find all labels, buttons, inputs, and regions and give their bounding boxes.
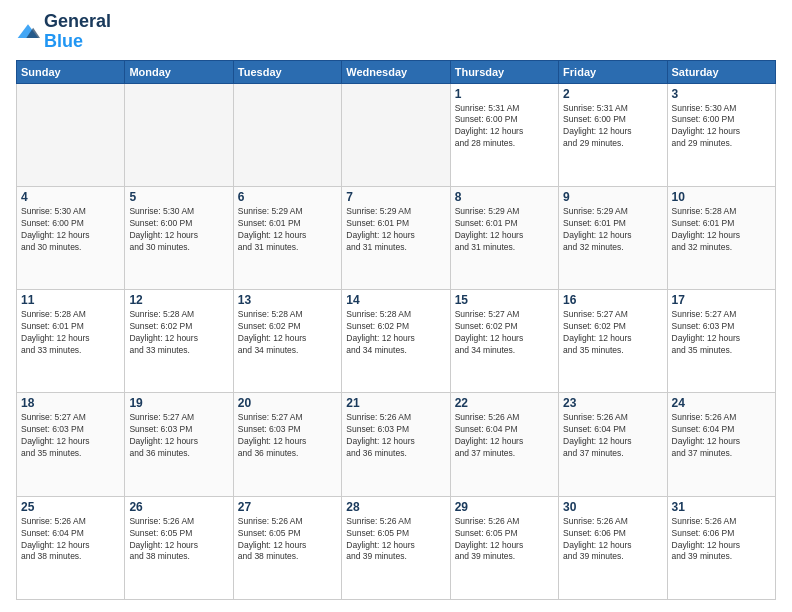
calendar-week-3: 11Sunrise: 5:28 AM Sunset: 6:01 PM Dayli… — [17, 290, 776, 393]
header: General Blue — [16, 12, 776, 52]
day-number: 29 — [455, 500, 554, 514]
calendar-week-5: 25Sunrise: 5:26 AM Sunset: 6:04 PM Dayli… — [17, 496, 776, 599]
calendar-cell: 3Sunrise: 5:30 AM Sunset: 6:00 PM Daylig… — [667, 83, 775, 186]
calendar-cell: 13Sunrise: 5:28 AM Sunset: 6:02 PM Dayli… — [233, 290, 341, 393]
calendar-cell: 20Sunrise: 5:27 AM Sunset: 6:03 PM Dayli… — [233, 393, 341, 496]
day-info: Sunrise: 5:26 AM Sunset: 6:04 PM Dayligh… — [672, 412, 771, 460]
day-info: Sunrise: 5:27 AM Sunset: 6:02 PM Dayligh… — [455, 309, 554, 357]
day-info: Sunrise: 5:28 AM Sunset: 6:02 PM Dayligh… — [238, 309, 337, 357]
day-info: Sunrise: 5:26 AM Sunset: 6:03 PM Dayligh… — [346, 412, 445, 460]
day-number: 23 — [563, 396, 662, 410]
day-number: 14 — [346, 293, 445, 307]
calendar-cell: 27Sunrise: 5:26 AM Sunset: 6:05 PM Dayli… — [233, 496, 341, 599]
day-number: 7 — [346, 190, 445, 204]
day-info: Sunrise: 5:26 AM Sunset: 6:06 PM Dayligh… — [563, 516, 662, 564]
day-number: 24 — [672, 396, 771, 410]
calendar-cell: 16Sunrise: 5:27 AM Sunset: 6:02 PM Dayli… — [559, 290, 667, 393]
calendar-cell: 21Sunrise: 5:26 AM Sunset: 6:03 PM Dayli… — [342, 393, 450, 496]
day-number: 3 — [672, 87, 771, 101]
weekday-header-friday: Friday — [559, 60, 667, 83]
day-number: 13 — [238, 293, 337, 307]
day-info: Sunrise: 5:30 AM Sunset: 6:00 PM Dayligh… — [21, 206, 120, 254]
calendar-header-row: SundayMondayTuesdayWednesdayThursdayFrid… — [17, 60, 776, 83]
page: General Blue SundayMondayTuesdayWednesda… — [0, 0, 792, 612]
day-info: Sunrise: 5:28 AM Sunset: 6:01 PM Dayligh… — [672, 206, 771, 254]
day-info: Sunrise: 5:26 AM Sunset: 6:05 PM Dayligh… — [455, 516, 554, 564]
day-info: Sunrise: 5:27 AM Sunset: 6:03 PM Dayligh… — [238, 412, 337, 460]
calendar-cell: 9Sunrise: 5:29 AM Sunset: 6:01 PM Daylig… — [559, 186, 667, 289]
calendar-cell: 28Sunrise: 5:26 AM Sunset: 6:05 PM Dayli… — [342, 496, 450, 599]
day-number: 28 — [346, 500, 445, 514]
day-number: 5 — [129, 190, 228, 204]
day-info: Sunrise: 5:27 AM Sunset: 6:03 PM Dayligh… — [21, 412, 120, 460]
day-info: Sunrise: 5:31 AM Sunset: 6:00 PM Dayligh… — [563, 103, 662, 151]
day-number: 12 — [129, 293, 228, 307]
calendar-cell: 2Sunrise: 5:31 AM Sunset: 6:00 PM Daylig… — [559, 83, 667, 186]
day-number: 30 — [563, 500, 662, 514]
day-number: 20 — [238, 396, 337, 410]
day-number: 18 — [21, 396, 120, 410]
calendar-cell: 11Sunrise: 5:28 AM Sunset: 6:01 PM Dayli… — [17, 290, 125, 393]
logo: General Blue — [16, 12, 111, 52]
calendar-cell: 23Sunrise: 5:26 AM Sunset: 6:04 PM Dayli… — [559, 393, 667, 496]
weekday-header-saturday: Saturday — [667, 60, 775, 83]
day-number: 31 — [672, 500, 771, 514]
calendar-table: SundayMondayTuesdayWednesdayThursdayFrid… — [16, 60, 776, 600]
calendar-cell: 30Sunrise: 5:26 AM Sunset: 6:06 PM Dayli… — [559, 496, 667, 599]
calendar-cell: 25Sunrise: 5:26 AM Sunset: 6:04 PM Dayli… — [17, 496, 125, 599]
calendar-cell: 18Sunrise: 5:27 AM Sunset: 6:03 PM Dayli… — [17, 393, 125, 496]
day-info: Sunrise: 5:29 AM Sunset: 6:01 PM Dayligh… — [238, 206, 337, 254]
day-number: 1 — [455, 87, 554, 101]
calendar-cell: 6Sunrise: 5:29 AM Sunset: 6:01 PM Daylig… — [233, 186, 341, 289]
calendar-week-1: 1Sunrise: 5:31 AM Sunset: 6:00 PM Daylig… — [17, 83, 776, 186]
day-info: Sunrise: 5:26 AM Sunset: 6:04 PM Dayligh… — [563, 412, 662, 460]
weekday-header-tuesday: Tuesday — [233, 60, 341, 83]
day-info: Sunrise: 5:30 AM Sunset: 6:00 PM Dayligh… — [672, 103, 771, 151]
weekday-header-thursday: Thursday — [450, 60, 558, 83]
weekday-header-sunday: Sunday — [17, 60, 125, 83]
calendar-cell: 7Sunrise: 5:29 AM Sunset: 6:01 PM Daylig… — [342, 186, 450, 289]
day-info: Sunrise: 5:28 AM Sunset: 6:02 PM Dayligh… — [129, 309, 228, 357]
day-info: Sunrise: 5:26 AM Sunset: 6:04 PM Dayligh… — [455, 412, 554, 460]
day-number: 25 — [21, 500, 120, 514]
calendar-cell: 10Sunrise: 5:28 AM Sunset: 6:01 PM Dayli… — [667, 186, 775, 289]
day-number: 4 — [21, 190, 120, 204]
day-number: 19 — [129, 396, 228, 410]
day-info: Sunrise: 5:30 AM Sunset: 6:00 PM Dayligh… — [129, 206, 228, 254]
calendar-week-4: 18Sunrise: 5:27 AM Sunset: 6:03 PM Dayli… — [17, 393, 776, 496]
calendar-cell — [17, 83, 125, 186]
calendar-cell: 14Sunrise: 5:28 AM Sunset: 6:02 PM Dayli… — [342, 290, 450, 393]
calendar-cell: 19Sunrise: 5:27 AM Sunset: 6:03 PM Dayli… — [125, 393, 233, 496]
calendar-cell: 8Sunrise: 5:29 AM Sunset: 6:01 PM Daylig… — [450, 186, 558, 289]
calendar-cell: 1Sunrise: 5:31 AM Sunset: 6:00 PM Daylig… — [450, 83, 558, 186]
day-number: 17 — [672, 293, 771, 307]
day-info: Sunrise: 5:28 AM Sunset: 6:02 PM Dayligh… — [346, 309, 445, 357]
calendar-cell: 31Sunrise: 5:26 AM Sunset: 6:06 PM Dayli… — [667, 496, 775, 599]
day-number: 2 — [563, 87, 662, 101]
weekday-header-wednesday: Wednesday — [342, 60, 450, 83]
day-info: Sunrise: 5:29 AM Sunset: 6:01 PM Dayligh… — [346, 206, 445, 254]
weekday-header-monday: Monday — [125, 60, 233, 83]
day-number: 26 — [129, 500, 228, 514]
day-info: Sunrise: 5:26 AM Sunset: 6:05 PM Dayligh… — [238, 516, 337, 564]
day-info: Sunrise: 5:31 AM Sunset: 6:00 PM Dayligh… — [455, 103, 554, 151]
day-info: Sunrise: 5:29 AM Sunset: 6:01 PM Dayligh… — [455, 206, 554, 254]
day-number: 16 — [563, 293, 662, 307]
day-info: Sunrise: 5:26 AM Sunset: 6:05 PM Dayligh… — [346, 516, 445, 564]
logo-text: General Blue — [44, 12, 111, 52]
day-number: 6 — [238, 190, 337, 204]
logo-icon — [16, 22, 40, 42]
day-info: Sunrise: 5:29 AM Sunset: 6:01 PM Dayligh… — [563, 206, 662, 254]
day-number: 21 — [346, 396, 445, 410]
day-info: Sunrise: 5:26 AM Sunset: 6:06 PM Dayligh… — [672, 516, 771, 564]
calendar-cell: 24Sunrise: 5:26 AM Sunset: 6:04 PM Dayli… — [667, 393, 775, 496]
day-info: Sunrise: 5:26 AM Sunset: 6:04 PM Dayligh… — [21, 516, 120, 564]
day-number: 8 — [455, 190, 554, 204]
day-info: Sunrise: 5:27 AM Sunset: 6:03 PM Dayligh… — [129, 412, 228, 460]
day-number: 10 — [672, 190, 771, 204]
calendar-week-2: 4Sunrise: 5:30 AM Sunset: 6:00 PM Daylig… — [17, 186, 776, 289]
day-info: Sunrise: 5:27 AM Sunset: 6:03 PM Dayligh… — [672, 309, 771, 357]
day-number: 11 — [21, 293, 120, 307]
day-info: Sunrise: 5:28 AM Sunset: 6:01 PM Dayligh… — [21, 309, 120, 357]
day-info: Sunrise: 5:27 AM Sunset: 6:02 PM Dayligh… — [563, 309, 662, 357]
